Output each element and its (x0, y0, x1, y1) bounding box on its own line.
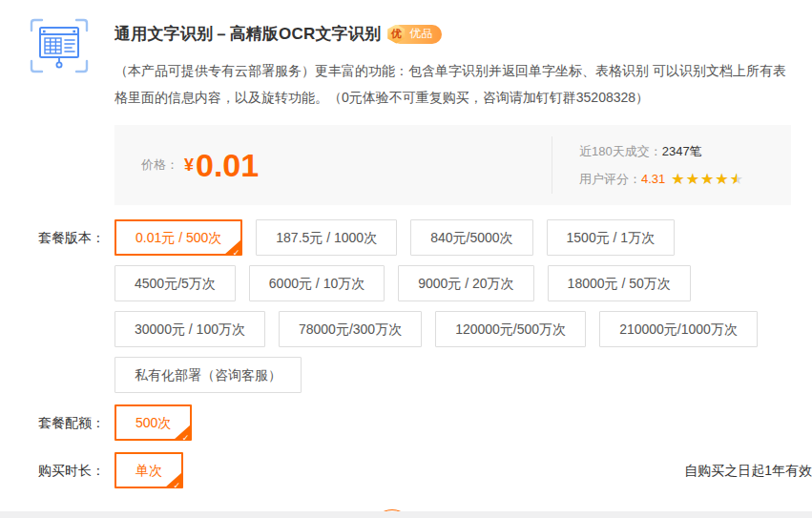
package-version-option[interactable]: 9000元 / 20万次 (398, 265, 533, 301)
package-quota-options: 500次 (115, 404, 812, 450)
product-header: 通用文字识别－高精版OCR文字识别 优 优品 （本产品可提供专有云部署服务）更丰… (0, 0, 812, 111)
package-quota-option[interactable]: 500次 (115, 404, 192, 441)
package-version-option[interactable]: 0.01元 / 500次 (115, 219, 242, 256)
deals-label: 近180天成交： (579, 143, 662, 160)
price-label: 价格： (141, 156, 178, 174)
price-section: 价格： ¥ 0.01 (115, 125, 552, 205)
title-row: 通用文字识别－高精版OCR文字识别 优 优品 (115, 23, 791, 45)
footer-divider-bar (0, 511, 812, 518)
package-version-option[interactable]: 78000元/300万次 (279, 311, 422, 347)
validity-note: 自购买之日起1年有效 (684, 452, 812, 488)
deals-value: 2347笔 (662, 143, 702, 160)
deals-stat: 近180天成交： 2347笔 (579, 143, 791, 160)
currency-symbol: ¥ (184, 155, 194, 176)
stats-section: 近180天成交： 2347笔 用户评分： 4.31 ★★★★★ ★★★★★ (552, 136, 791, 194)
page-title: 通用文字识别－高精版OCR文字识别 (115, 23, 381, 45)
package-version-option[interactable]: 私有化部署（咨询客服） (115, 357, 302, 393)
purchase-duration-option[interactable]: 单次 (115, 452, 183, 488)
package-version-option[interactable]: 187.5元 / 1000次 (256, 219, 397, 256)
purchase-duration-row: 购买时长： 单次 自购买之日起1年有效 (0, 452, 812, 498)
package-version-option[interactable]: 6000元 / 10万次 (249, 265, 385, 301)
quality-badge: 优 优品 (390, 25, 442, 44)
package-version-option[interactable]: 1500元 / 1万次 (547, 219, 676, 256)
quality-badge-label: 优品 (409, 26, 432, 42)
product-description: （本产品可提供专有云部署服务）更丰富的功能：包含单字识别并返回单字坐标、表格识别… (115, 57, 790, 111)
ocr-scan-icon (27, 15, 92, 80)
medal-icon: 优 (386, 25, 406, 44)
package-version-option[interactable]: 210000元/1000万次 (599, 311, 758, 347)
package-version-option[interactable]: 120000元/500万次 (435, 311, 586, 347)
purchase-duration-label: 购买时长： (0, 452, 105, 488)
purchase-duration-options: 单次 (115, 452, 682, 498)
rating-stat: 用户评分： 4.31 ★★★★★ ★★★★★ (579, 171, 791, 188)
package-version-option[interactable]: 30000元 / 100万次 (115, 311, 265, 347)
price-band: 价格： ¥ 0.01 近180天成交： 2347笔 用户评分： 4.31 ★★★… (115, 125, 791, 205)
rating-value: 4.31 (641, 172, 665, 186)
stars-filled-icon: ★★★★★ (671, 172, 737, 187)
package-version-options: 0.01元 / 500次 187.5元 / 1000次 840元/5000次 1… (115, 219, 812, 403)
package-version-option[interactable]: 840元/5000次 (410, 219, 532, 256)
package-version-row: 套餐版本： 0.01元 / 500次 187.5元 / 1000次 840元/5… (0, 219, 812, 403)
star-rating-icons: ★★★★★ ★★★★★ (671, 172, 744, 187)
header-content: 通用文字识别－高精版OCR文字识别 优 优品 （本产品可提供专有云部署服务）更丰… (115, 15, 791, 111)
package-quota-row: 套餐配额： 500次 (0, 404, 812, 450)
package-quota-label: 套餐配额： (0, 404, 105, 441)
purchase-options: 套餐版本： 0.01元 / 500次 187.5元 / 1000次 840元/5… (0, 219, 812, 498)
product-detail-page: 通用文字识别－高精版OCR文字识别 优 优品 （本产品可提供专有云部署服务）更丰… (0, 0, 812, 518)
package-version-option[interactable]: 18000元 / 50万次 (548, 265, 691, 301)
package-version-option[interactable]: 4500元/5万次 (115, 265, 236, 301)
price-amount: 0.01 (196, 149, 259, 181)
package-version-label: 套餐版本： (0, 219, 105, 256)
rating-label: 用户评分： (579, 171, 641, 188)
